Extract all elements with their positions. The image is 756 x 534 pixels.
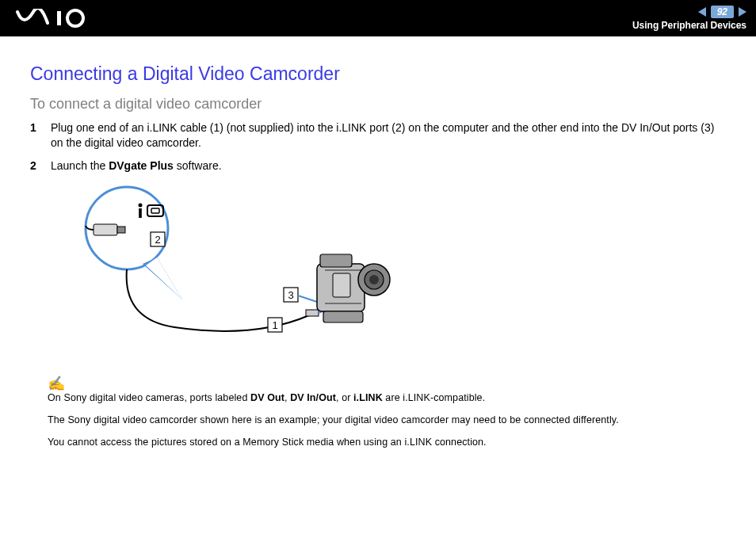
- notes-block: ✍ On Sony digital video cameras, ports l…: [48, 375, 726, 448]
- step-2: 2 Launch the DVgate Plus software.: [30, 158, 726, 174]
- section-title: Connecting a Digital Video Camcorder: [30, 63, 726, 85]
- callout-label-2: 2: [155, 234, 160, 246]
- svg-rect-6: [139, 208, 142, 218]
- svg-rect-0: [57, 11, 61, 25]
- svg-rect-20: [323, 311, 363, 322]
- step-number: 2: [30, 158, 41, 174]
- step-text: Launch the DVgate Plus software.: [51, 158, 222, 174]
- camcorder-icon: [317, 254, 390, 322]
- breadcrumb: Using Peripheral Devices: [632, 20, 746, 31]
- step-text: Plug one end of an i.LINK cable (1) (not…: [51, 120, 726, 151]
- step-text-part: Launch the: [51, 159, 109, 172]
- port-label: DV In/Out: [290, 392, 336, 403]
- step-1: 1 Plug one end of an i.LINK cable (1) (n…: [30, 120, 726, 151]
- svg-point-19: [369, 275, 379, 284]
- prev-page-arrow[interactable]: [698, 7, 706, 17]
- diagram-figure: 2 1 3: [48, 185, 726, 362]
- step-text-part: software.: [174, 159, 222, 172]
- section-subhead: To connect a digital video camcorder: [30, 96, 726, 113]
- callout-label-3: 3: [288, 289, 293, 301]
- note-line-1: On Sony digital video cameras, ports lab…: [48, 392, 726, 403]
- port-label: i.LINK: [353, 392, 383, 403]
- page-number: 92: [711, 6, 734, 18]
- software-name: DVgate Plus: [109, 159, 174, 172]
- callout-label-1: 1: [272, 319, 277, 331]
- svg-point-5: [139, 203, 143, 207]
- header-bar: 92 Using Peripheral Devices: [0, 0, 756, 36]
- svg-rect-4: [117, 227, 125, 233]
- svg-point-1: [67, 10, 83, 26]
- next-page-arrow[interactable]: [739, 7, 746, 17]
- port-label: DV Out: [250, 392, 284, 403]
- note-line-2: The Sony digital video camcorder shown h…: [48, 414, 726, 425]
- instruction-list: 1 Plug one end of an i.LINK cable (1) (n…: [30, 120, 726, 174]
- svg-rect-3: [94, 224, 117, 235]
- svg-rect-10: [306, 310, 319, 316]
- note-icon: ✍: [48, 375, 65, 392]
- page-nav: 92: [698, 6, 746, 18]
- vaio-logo: [16, 9, 103, 28]
- note-line-3: You cannot access the pictures stored on…: [48, 437, 726, 448]
- note-text: On Sony digital video cameras, ports lab…: [48, 392, 250, 403]
- svg-rect-21: [333, 273, 350, 297]
- note-text: , or: [336, 392, 353, 403]
- page-content: Connecting a Digital Video Camcorder To …: [0, 36, 756, 475]
- svg-rect-16: [320, 254, 352, 267]
- note-text: are i.LINK-compatible.: [383, 392, 485, 403]
- step-number: 1: [30, 120, 41, 151]
